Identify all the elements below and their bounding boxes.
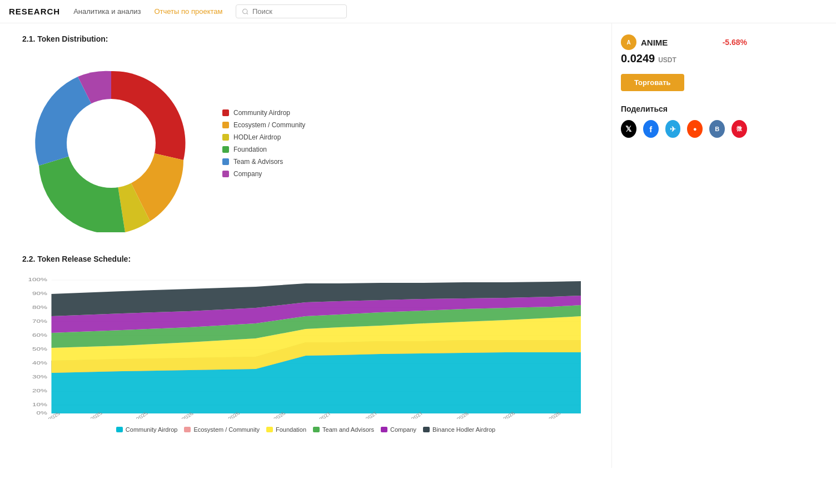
svg-text:60%: 60% <box>32 332 47 337</box>
chart-legend-dot-company <box>381 427 387 432</box>
logo: RESEARCH <box>9 7 60 16</box>
svg-text:0%: 0% <box>36 410 47 415</box>
weibo-share-button[interactable]: 微 <box>732 120 747 138</box>
legend-dot-team <box>222 158 229 165</box>
legend-item-company: Company <box>222 170 305 178</box>
token-change: -5.68% <box>723 38 747 47</box>
chart-legend: Community Airdrop Ecosystem / Community … <box>22 426 589 433</box>
svg-text:90%: 90% <box>32 291 47 296</box>
svg-text:10%: 10% <box>32 402 47 407</box>
facebook-share-button[interactable]: f <box>643 120 659 138</box>
legend-item-ecosystem: Ecosystem / Community <box>222 121 305 129</box>
search-box <box>236 4 347 18</box>
vk-share-button[interactable]: В <box>709 120 725 138</box>
main-layout: 2.1. Token Distribution: <box>0 23 836 468</box>
token-price-unit: USDT <box>658 56 676 64</box>
svg-text:30%: 30% <box>32 374 47 379</box>
token-price: 0.0249 <box>621 52 655 65</box>
token-distribution-title: 2.1. Token Distribution: <box>22 34 589 43</box>
legend-label-foundation: Foundation <box>233 146 267 153</box>
legend-item-hodler: HODLer Airdrop <box>222 133 305 141</box>
nav-analytics[interactable]: Аналитика и анализ <box>73 7 141 16</box>
legend-label-community-airdrop: Community Airdrop <box>233 109 290 117</box>
chart-legend-binance: Binance Hodler Airdrop <box>423 426 495 433</box>
area-chart-svg: 100% 90% 80% 70% 60% 50% 40% 30% 20% 10%… <box>22 275 589 419</box>
svg-text:40%: 40% <box>32 360 47 365</box>
legend-item-community-airdrop: Community Airdrop <box>222 109 305 117</box>
chart-legend-foundation: Foundation <box>266 426 306 433</box>
svg-text:100%: 100% <box>28 277 47 282</box>
chart-legend-label-team: Team and Advisors <box>322 426 374 433</box>
telegram-share-button[interactable]: ✈ <box>665 120 681 138</box>
chart-legend-dot-ecosystem <box>184 427 191 432</box>
legend-dot-foundation <box>222 146 229 153</box>
donut-svg <box>22 54 200 232</box>
chart-legend-dot-foundation <box>266 427 273 432</box>
token-header: A ANIME -5.68% <box>621 34 747 50</box>
token-release-title: 2.2. Token Release Schedule: <box>22 255 589 263</box>
content-area: 2.1. Token Distribution: <box>0 23 611 468</box>
svg-point-0 <box>243 9 247 13</box>
chart-legend-dot-team <box>313 427 320 432</box>
area-chart-container: 100% 90% 80% 70% 60% 50% 40% 30% 20% 10%… <box>22 275 589 421</box>
chart-legend-dot-community-airdrop <box>116 427 123 432</box>
share-icons: 𝕏 f ✈ ● В 微 <box>621 120 747 138</box>
svg-point-1 <box>67 99 156 188</box>
chart-legend-team: Team and Advisors <box>313 426 374 433</box>
chart-legend-company: Company <box>381 426 416 433</box>
svg-text:50%: 50% <box>32 346 47 351</box>
svg-text:80%: 80% <box>32 305 47 310</box>
token-card: A ANIME -5.68% 0.0249 USDT Торговать <box>621 34 747 91</box>
search-input[interactable] <box>252 7 341 16</box>
legend-dot-company <box>222 171 229 177</box>
svg-text:20%: 20% <box>32 388 47 393</box>
svg-text:70%: 70% <box>32 318 47 323</box>
trade-button[interactable]: Торговать <box>621 74 684 91</box>
chart-legend-label-foundation: Foundation <box>276 426 306 433</box>
share-section: Поделиться 𝕏 f ✈ ● В 微 <box>621 104 747 138</box>
reddit-share-button[interactable]: ● <box>687 120 703 138</box>
legend-label-ecosystem: Ecosystem / Community <box>233 121 305 129</box>
legend-dot-ecosystem <box>222 122 229 128</box>
donut-chart <box>22 54 200 232</box>
nav-reports[interactable]: Отчеты по проектам <box>154 7 222 16</box>
legend-label-team: Team & Advisors <box>233 158 283 166</box>
svg-text:A: A <box>626 39 630 46</box>
search-icon <box>242 8 249 16</box>
chart-legend-label-company: Company <box>390 426 416 433</box>
chart-legend-dot-binance <box>423 427 430 432</box>
legend-item-foundation: Foundation <box>222 146 305 153</box>
legend-dot-hodler <box>222 134 229 141</box>
token-icon: A <box>621 34 636 50</box>
chart-legend-ecosystem: Ecosystem / Community <box>184 426 260 433</box>
token-name: ANIME <box>641 38 668 47</box>
share-title: Поделиться <box>621 104 747 113</box>
header: RESEARCH Аналитика и анализ Отчеты по пр… <box>0 0 836 23</box>
token-icon-svg: A <box>623 36 635 48</box>
chart-legend-label-binance: Binance Hodler Airdrop <box>432 426 495 433</box>
chart-legend-label-community-airdrop: Community Airdrop <box>126 426 178 433</box>
sidebar: A ANIME -5.68% 0.0249 USDT Торговать Под… <box>611 23 756 468</box>
chart-legend-community-airdrop: Community Airdrop <box>116 426 178 433</box>
twitter-share-button[interactable]: 𝕏 <box>621 120 636 138</box>
donut-section: Community Airdrop Ecosystem / Community … <box>22 54 589 232</box>
chart-legend-label-ecosystem: Ecosystem / Community <box>193 426 260 433</box>
donut-legend: Community Airdrop Ecosystem / Community … <box>222 109 305 178</box>
legend-label-company: Company <box>233 170 262 178</box>
legend-label-hodler: HODLer Airdrop <box>233 133 281 141</box>
legend-item-team: Team & Advisors <box>222 158 305 166</box>
legend-dot-community-airdrop <box>222 109 229 116</box>
token-release-section: 2.2. Token Release Schedule: 100% 90% 80… <box>22 255 589 433</box>
